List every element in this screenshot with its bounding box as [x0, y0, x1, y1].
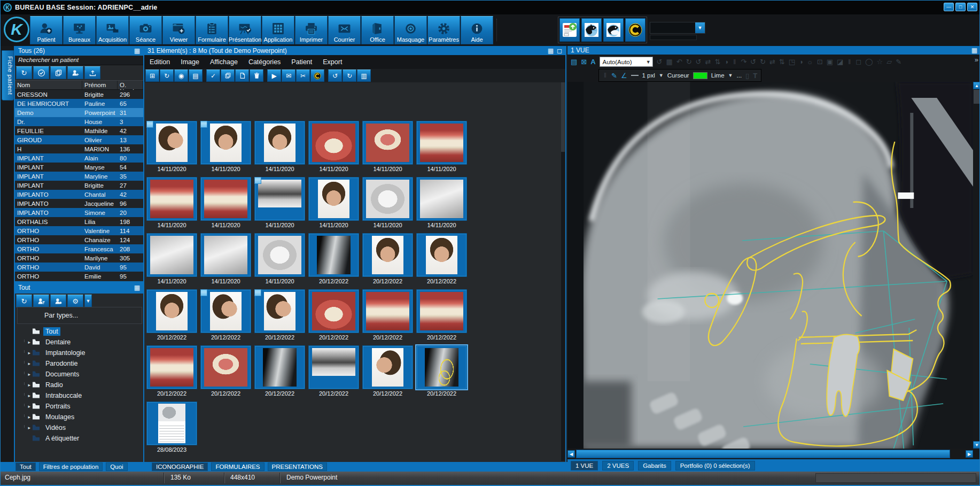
menu-catégories[interactable]: Catégories	[243, 58, 286, 66]
scroll-down-icon[interactable]: ▼	[973, 441, 980, 449]
thumbnail-model[interactable]	[200, 233, 251, 277]
scroll-left-icon[interactable]: ◀	[567, 450, 575, 458]
swap-v-icon[interactable]: ⇅	[714, 58, 720, 66]
detach-window-icon[interactable]: ◻	[557, 47, 562, 55]
redo-arc-icon[interactable]: ↷	[741, 58, 746, 66]
half-icon[interactable]: ◑	[799, 58, 803, 66]
thumbnail-face[interactable]	[362, 233, 413, 277]
thumbnail-prof[interactable]	[254, 289, 305, 333]
list-button[interactable]: ▤	[189, 70, 203, 82]
more-colors[interactable]: ...	[737, 72, 742, 79]
tree-item-a-tiquetter[interactable]: A étiquetter	[18, 433, 141, 444]
thumbnail-model[interactable]	[146, 233, 197, 277]
tree-expand-icon[interactable]: ▸	[18, 414, 32, 420]
search-input[interactable]: Rechercher un patient	[15, 56, 143, 65]
thumbnail-face[interactable]	[200, 121, 251, 165]
trash-button[interactable]	[250, 70, 263, 82]
rotate-ccw-icon[interactable]: ↺	[696, 58, 702, 66]
scroll-up-icon[interactable]: ▲	[973, 82, 980, 89]
pencil-sel-icon[interactable]: ✎	[896, 58, 901, 66]
thumbnail-modelarch[interactable]	[254, 233, 305, 277]
maximize-button[interactable]: □	[955, 3, 966, 11]
thumbnail-ceph[interactable]	[308, 233, 359, 277]
close-button[interactable]: ✕	[967, 3, 977, 11]
rotate-r-button[interactable]: ↻	[343, 70, 356, 82]
bottom-tab-tout[interactable]: Tout	[15, 462, 36, 471]
toolbar-button-courrier[interactable]: Courrier	[328, 16, 361, 44]
save-icon[interactable]: ▤	[571, 58, 577, 66]
thumbnail-ceph[interactable]	[254, 345, 305, 389]
patient-row[interactable]: ORTHOValentine114	[15, 226, 143, 235]
tree-item-documents[interactable]: ▸Documents	[18, 369, 141, 380]
bottom-tab-iconographie[interactable]: ICONOGRAPHIE	[152, 462, 208, 471]
swap-v-icon[interactable]: ⇅	[779, 58, 785, 66]
viewer-tab-4[interactable]: Portfolio (0) 0 sélection(s)	[675, 461, 755, 470]
thumbnail-archup[interactable]	[308, 289, 359, 333]
thumbnail-pano[interactable]	[308, 345, 359, 389]
refresh-button[interactable]: ↻	[160, 70, 174, 82]
patient-row[interactable]: ORTHOMarilyne305	[15, 253, 143, 263]
pdf-export-icon[interactable]	[559, 18, 580, 42]
chevron-down-icon[interactable]: ▼	[644, 59, 652, 65]
filled-icon[interactable]: ▣	[827, 58, 833, 66]
patient-row[interactable]: IMPLANTOSimone20	[15, 208, 143, 217]
tree-item-parodontie[interactable]: ▸Parodontie	[18, 358, 141, 369]
patient-row[interactable]: IMPLANTBrigitte27	[15, 181, 143, 190]
patient-row[interactable]: IMPLANTOJacqueline96	[15, 199, 143, 208]
tree-expand-icon[interactable]: ▸	[18, 393, 32, 398]
tree-item-radio[interactable]: ▸Radio	[18, 380, 141, 390]
toolbar-button-aide[interactable]: Aide	[461, 16, 493, 44]
columns-button[interactable]: ▥	[357, 70, 371, 82]
column-header-0[interactable]: Nom	[15, 81, 82, 89]
chevron-down-icon[interactable]: ▼	[659, 73, 664, 78]
types-dropdown[interactable]: Par types...	[17, 307, 142, 324]
tree-item-portraits[interactable]: ▸Portraits	[18, 401, 141, 412]
toolbar-button-bureaux[interactable]: Bureaux	[63, 16, 96, 44]
person-add-button[interactable]	[67, 66, 83, 79]
patient-row[interactable]: ORTHODavid95	[15, 263, 143, 272]
column-header-2[interactable]: O. Nomb	[118, 81, 143, 89]
kitview-logo-icon[interactable]: K	[4, 17, 29, 42]
thumbnail-scrollbar[interactable]	[561, 82, 565, 461]
font-icon[interactable]: A	[590, 58, 595, 66]
thumbnail-doc[interactable]	[146, 402, 197, 445]
thumbnail-prof[interactable]	[200, 289, 251, 333]
chevron-down-icon[interactable]: ▼	[695, 22, 705, 33]
chevron-down-icon[interactable]: ▼	[728, 73, 733, 78]
bottom-tab-formulaires[interactable]: FORMULAIRES	[211, 462, 264, 471]
patient-row[interactable]: IMPLANTMaryline35	[15, 172, 143, 181]
refresh-button[interactable]: ↻	[16, 295, 32, 307]
grid-view-icon[interactable]: ▦	[134, 284, 140, 291]
refresh-button[interactable]: ↻	[16, 66, 32, 79]
patient-row[interactable]: CRESSONBrigitte296	[15, 90, 143, 99]
toolbar-button-application[interactable]: Application	[262, 16, 294, 44]
tree-expand-icon[interactable]: ▸	[18, 340, 32, 345]
thumbnail-archup[interactable]	[308, 121, 359, 165]
check-circle-button[interactable]	[33, 66, 49, 79]
patient-row[interactable]: ORTHOEmilie95	[15, 272, 143, 281]
rotate-cw-icon[interactable]: ↻	[760, 58, 766, 66]
half-icon[interactable]: ◑	[724, 58, 728, 66]
horizontal-scrollbar[interactable]: ◀ ▶	[567, 449, 973, 459]
patient-row[interactable]: ORTHOFrancesca208	[15, 244, 143, 253]
para-sel-icon[interactable]: ▱	[886, 58, 892, 66]
rotate-cw-icon[interactable]: ↻	[686, 58, 692, 66]
patient-row[interactable]: ORTHOChanaize124	[15, 235, 143, 244]
copy-button[interactable]	[221, 70, 235, 82]
export-button[interactable]	[84, 66, 100, 79]
thumbnail-model[interactable]	[416, 177, 467, 221]
color-swatch[interactable]	[693, 72, 707, 79]
thumbnail-pano[interactable]	[254, 177, 305, 221]
ellipse-sel-icon[interactable]: ◯	[865, 58, 873, 66]
menu-export[interactable]: Export	[317, 58, 347, 66]
corner-icon[interactable]: ◳	[789, 58, 795, 66]
patient-row[interactable]: HMARION136	[15, 144, 143, 153]
main-combo[interactable]: ▼	[650, 22, 705, 34]
thumbnail-intra[interactable]	[416, 121, 467, 165]
toolbar-button-masquage[interactable]: Masquage	[394, 16, 427, 44]
text-tool-icon[interactable]: T	[753, 72, 757, 80]
pen-icon[interactable]: ✎	[611, 72, 617, 80]
scroll-right-icon[interactable]: ▶	[966, 450, 973, 458]
patient-row[interactable]: IMPLANTOChantal42	[15, 190, 143, 199]
thumbnail-cephtr[interactable]	[416, 345, 467, 389]
